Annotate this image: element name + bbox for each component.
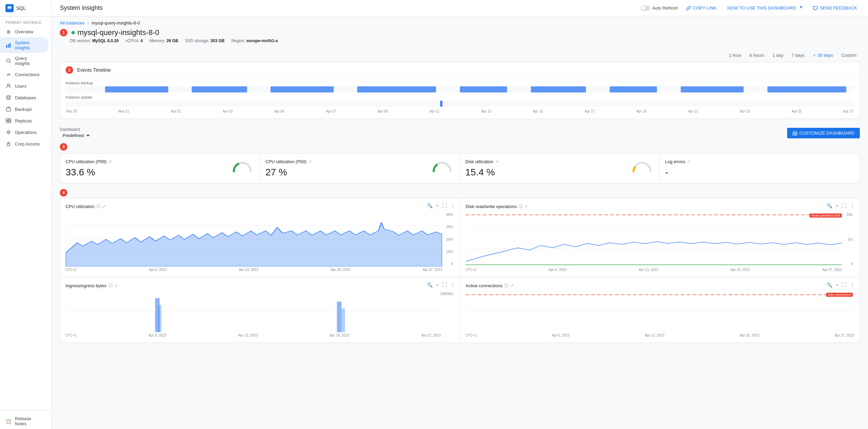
sidebar-item-label: Corp Access (15, 141, 40, 147)
chart-panel-active-conn: Active connections ⓘ ⤢ 🔍 ≈ ⛶ ⋮ Max conne… (460, 277, 860, 343)
expand-icon-ingress-chart[interactable]: ⤢ (115, 284, 118, 288)
metric-title-log-errors: Log errors ⤢ (665, 159, 854, 164)
svg-rect-3 (10, 43, 11, 48)
content-area: All instances › mysql-query-insights-8-0… (52, 16, 868, 429)
more-icon-disk[interactable]: ⋮ (849, 202, 855, 209)
sidebar: SQL PRIMARY INSTANCE ⊞ Overview System i… (0, 0, 52, 429)
disk-chart-x-axis: UTC+2 Apr 6, 2023 Apr 13, 2023 Apr 20, 2… (466, 268, 854, 272)
chart-panel-ingress-egress: Ingress/egress bytes ⓘ ⤢ 🔍 ≈ ⛶ ⋮ 100KB/s (60, 277, 460, 343)
instance-header: 1 mysql-query-insights-8-0 DB version: M… (52, 25, 868, 49)
time-btn-30days[interactable]: 30 days (809, 51, 836, 59)
zoom-icon-active-conn[interactable]: 🔍 (826, 281, 833, 288)
chart-toolbar-active-conn: 🔍 ≈ ⛶ ⋮ (826, 281, 855, 288)
sidebar-item-label: Connections (15, 72, 39, 77)
dashboard-select[interactable]: Predefined (60, 132, 91, 139)
sidebar-item-databases[interactable]: Databases (0, 92, 49, 103)
auto-refresh-label: Auto Refresh (652, 5, 678, 11)
sidebar-item-label: Query insights (15, 56, 43, 66)
sidebar-item-replicas[interactable]: Replicas (0, 115, 49, 126)
svg-point-0 (7, 6, 12, 8)
sidebar-item-release-notes[interactable]: 📋 Release Notes (0, 413, 49, 429)
more-icon-active-conn[interactable]: ⋮ (849, 281, 855, 288)
zoom-icon-cpu[interactable]: 🔍 (426, 202, 433, 209)
sidebar-item-connections[interactable]: ⇌ Connections (0, 69, 49, 80)
zoom-icon-ingress[interactable]: 🔍 (426, 281, 433, 288)
fullscreen-icon-cpu[interactable]: ⛶ (441, 202, 448, 209)
compare-icon-disk[interactable]: ≈ (835, 202, 839, 209)
time-btn-1day[interactable]: 1 day (769, 51, 787, 59)
app-title: SQL (16, 5, 26, 11)
timeline-row-backup: Instance backup (66, 81, 854, 92)
sidebar-item-label: Overview (15, 29, 33, 34)
chart-area-ingress: 100KB/s (66, 291, 454, 332)
svg-line-5 (10, 62, 11, 63)
zoom-icon-disk[interactable]: 🔍 (826, 202, 833, 209)
sidebar-item-users[interactable]: Users (0, 80, 49, 92)
expand-icon-disk-util[interactable]: ⤢ (496, 159, 499, 164)
copy-link-button[interactable]: COPY LINK (683, 4, 719, 12)
chart-title-disk-rw: Disk read/write operations ⓘ ⤢ (466, 204, 854, 209)
main-content: System insights Auto Refresh COPY LINK H… (52, 0, 868, 429)
time-btn-1hour[interactable]: 1 hour (726, 51, 745, 59)
auto-refresh-toggle[interactable] (641, 5, 650, 11)
sidebar-item-operations[interactable]: Operations (0, 126, 49, 138)
compare-icon-ingress[interactable]: ≈ (435, 281, 439, 288)
compare-icon-active-conn[interactable]: ≈ (835, 281, 839, 288)
update-timeline-track (66, 101, 854, 107)
metric-card-cpu-p99: CPU utilization (P99) ⤢ 33.6 % (60, 154, 260, 183)
sidebar-header: SQL (0, 0, 51, 17)
ingress-chart-x-axis: UTC+2 Apr 6, 2023 Apr 13, 2023 Apr 20, 2… (66, 333, 454, 337)
step-4-label: 4 (60, 189, 67, 196)
expand-icon-cpu-p50[interactable]: ⤢ (309, 159, 312, 164)
sidebar-item-corp-access[interactable]: Corp Access (0, 138, 49, 150)
ssd-storage: SSD storage: 303 GB (185, 38, 225, 43)
metric-card-cpu-p50: CPU utilization (P50) ⤢ 27 % (260, 154, 460, 183)
more-icon-ingress[interactable]: ⋮ (450, 281, 456, 288)
expand-icon-cpu-chart[interactable]: ⤢ (103, 204, 106, 209)
time-btn-7days[interactable]: 7 days (788, 51, 808, 59)
info-icon-ingress[interactable]: ⓘ (108, 283, 112, 289)
breadcrumb-all-instances[interactable]: All instances (60, 20, 85, 25)
chart-title-cpu-util: CPU utilization ⓘ ⤢ (66, 204, 454, 209)
customize-dashboard-button[interactable]: CUSTOMIZE DASHBOARD (787, 128, 860, 138)
topbar-actions: Auto Refresh COPY LINK HOW TO USE THIS D… (641, 4, 860, 12)
step-3-label: 3 (60, 143, 67, 151)
metric-cards: CPU utilization (P99) ⤢ 33.6 % CPU utili… (60, 153, 860, 184)
svg-rect-8 (6, 119, 8, 120)
release-notes-icon: 📋 (5, 418, 12, 424)
time-btn-custom[interactable]: Custom (838, 51, 860, 59)
sidebar-item-label: System insights (15, 40, 43, 50)
sidebar-item-overview[interactable]: ⊞ Overview (0, 26, 49, 37)
metric-value-cpu-p99: 33.6 % (66, 167, 254, 178)
gauge-disk-util (630, 158, 654, 174)
send-feedback-button[interactable]: SEND FEEDBACK (810, 4, 860, 12)
expand-icon-cpu-p99[interactable]: ⤢ (109, 159, 112, 164)
metric-title-cpu-p50: CPU utilization (P50) ⤢ (265, 159, 454, 164)
sidebar-item-system-insights[interactable]: System insights (0, 37, 49, 53)
gauge-cpu-p50 (430, 158, 454, 174)
backup-timeline-track (66, 86, 854, 92)
expand-icon-active-conn-chart[interactable]: ⤢ (510, 284, 514, 288)
metric-title-disk-util: Disk utilization ⤢ (465, 159, 654, 164)
chart-panel-cpu-util: CPU utilization ⓘ ⤢ 🔍 ≈ ⛶ ⋮ 40% 30% 20% (60, 198, 460, 277)
instance-name-row: mysql-query-insights-8-0 (71, 28, 159, 37)
sidebar-item-label: Databases (15, 95, 36, 100)
fullscreen-icon-disk[interactable]: ⛶ (841, 202, 847, 209)
info-icon-active-conn[interactable]: ⓘ (504, 283, 508, 289)
svg-rect-11 (9, 121, 11, 123)
compare-icon-cpu[interactable]: ≈ (435, 202, 439, 209)
how-to-button[interactable]: HOW TO USE THIS DASHBOARD (725, 4, 805, 12)
svg-rect-26 (342, 308, 345, 332)
fullscreen-icon-active-conn[interactable]: ⛶ (841, 281, 847, 288)
info-icon-cpu-util[interactable]: ⓘ (97, 204, 101, 209)
fullscreen-icon-ingress[interactable]: ⛶ (441, 281, 448, 288)
expand-icon-disk-chart[interactable]: ⤢ (525, 204, 528, 209)
sidebar-item-query-insights[interactable]: Query insights (0, 53, 49, 69)
info-icon-disk-rw[interactable]: ⓘ (519, 204, 523, 209)
sidebar-item-backups[interactable]: Backups (0, 103, 49, 115)
expand-icon-log-errors[interactable]: ⤢ (687, 159, 690, 164)
svg-point-6 (7, 84, 10, 86)
instance-status-indicator (71, 31, 75, 34)
more-icon-cpu[interactable]: ⋮ (450, 202, 456, 209)
time-btn-6hours[interactable]: 6 hours (746, 51, 768, 59)
